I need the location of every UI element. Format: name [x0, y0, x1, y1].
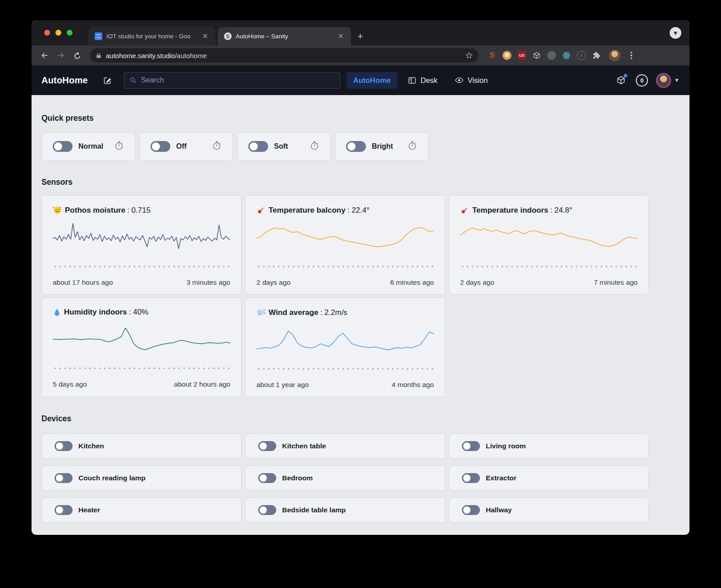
minimize-window-button[interactable]	[55, 30, 61, 36]
dotted-baseline	[53, 265, 230, 268]
global-search[interactable]	[124, 72, 340, 89]
nav-tab-desk[interactable]: Desk	[401, 72, 444, 89]
eye-icon	[455, 76, 464, 85]
nav-tab-vision[interactable]: Vision	[448, 72, 495, 89]
tab-title: AutoHome – Sanity	[236, 33, 332, 40]
sensor-from: about 17 hours ago	[53, 278, 113, 287]
preset-label: Bright	[372, 142, 393, 150]
sensor-to: 3 minutes ago	[187, 278, 230, 287]
cube-extension-icon[interactable]	[531, 50, 542, 61]
sensor-card-humidity-indoors: Humidity indoors: 40% 5 days ago about 2…	[41, 297, 242, 397]
thermometer-icon	[256, 205, 266, 215]
sensor-time-range: about 1 year ago 4 months ago	[256, 381, 434, 389]
sensor-time-range: about 17 hours ago 3 minutes ago	[53, 278, 230, 287]
browser-toolbar: autohome.sanity.studio/autohome S UD i	[32, 46, 689, 65]
browser-tab-iot-studio[interactable]: IOT studio for your home - Goo ✕	[88, 27, 215, 46]
sensor-title: Wind average: 2.2m/s	[256, 308, 434, 317]
sensor-title: Temperature balcony: 22.4°	[256, 205, 434, 215]
bookmark-star-icon[interactable]	[465, 51, 473, 59]
sensor-to: 6 minutes ago	[390, 278, 434, 287]
sanity-favicon-icon: S	[224, 32, 232, 40]
device-toggle[interactable]	[258, 505, 276, 515]
preset-toggle[interactable]	[248, 141, 268, 152]
close-tab-icon[interactable]: ✕	[201, 32, 210, 41]
sensor-title: ♥♥ Pothos moisture: 0.715	[53, 205, 230, 215]
hamster-extension-icon[interactable]	[502, 50, 512, 61]
sanity-extension-icon[interactable]: S	[487, 50, 497, 61]
back-button[interactable]	[38, 49, 51, 62]
user-avatar[interactable]	[656, 73, 671, 88]
browser-tab-autohome[interactable]: S AutoHome – Sanity ✕	[218, 27, 351, 46]
device-toggle[interactable]	[55, 473, 73, 483]
tab-overview-button[interactable]: ▼	[670, 27, 681, 39]
device-card-heater: Heater	[41, 497, 242, 523]
stopwatch-icon[interactable]	[212, 141, 222, 152]
compose-icon[interactable]	[100, 72, 116, 88]
sensor-name: Humidity indoors	[64, 308, 127, 317]
sensor-sparkline	[53, 219, 230, 259]
extensions-puzzle-icon[interactable]	[591, 50, 602, 61]
circle-extension-icon[interactable]	[546, 50, 557, 61]
close-tab-icon[interactable]: ✕	[336, 32, 346, 41]
device-toggle[interactable]	[55, 441, 73, 451]
stopwatch-icon[interactable]	[114, 141, 124, 152]
studio-header: AutoHome AutoHome Desk Vision 0	[32, 65, 689, 95]
device-label: Extractor	[486, 474, 516, 482]
device-toggle[interactable]	[258, 473, 276, 483]
secure-lock-icon	[96, 52, 102, 59]
sensor-sparkline	[256, 322, 434, 361]
close-window-button[interactable]	[44, 30, 50, 36]
sensor-to: about 2 hours ago	[174, 380, 230, 388]
device-card-kitchen-table: Kitchen table	[245, 433, 445, 459]
preset-toggle[interactable]	[346, 141, 366, 152]
dotted-baseline	[256, 265, 434, 268]
nav-tab-autohome[interactable]: AutoHome	[347, 72, 397, 89]
user-menu[interactable]: ▼	[656, 73, 680, 88]
device-toggle[interactable]	[258, 441, 276, 451]
sensor-name: Wind average	[269, 308, 318, 317]
chevron-down-icon: ▼	[674, 77, 680, 83]
address-bar[interactable]: autohome.sanity.studio/autohome	[90, 48, 479, 63]
device-toggle[interactable]	[462, 473, 480, 483]
ud-extension-icon[interactable]: UD	[516, 50, 527, 61]
preset-toggle[interactable]	[151, 141, 170, 152]
device-card-couch-reading-lamp: Couch reading lamp	[41, 465, 242, 491]
react-devtools-icon[interactable]	[561, 50, 572, 61]
preset-toggle[interactable]	[53, 141, 73, 152]
forward-button[interactable]	[54, 49, 68, 62]
stopwatch-icon[interactable]	[310, 141, 319, 152]
device-toggle[interactable]	[55, 505, 73, 515]
docs-favicon-icon	[95, 32, 102, 40]
preset-row: Normal Off Soft Brig	[41, 132, 680, 160]
device-label: Kitchen table	[282, 442, 326, 450]
sensor-title: Temperature indoors: 24.8°	[460, 205, 638, 215]
device-toggle[interactable]	[462, 505, 480, 515]
zoom-window-button[interactable]	[67, 30, 73, 36]
device-label: Couch reading lamp	[78, 474, 146, 482]
sensor-time-range: 2 days ago 6 minutes ago	[256, 278, 434, 287]
studio-title: AutoHome	[41, 75, 88, 86]
search-input[interactable]	[141, 76, 334, 84]
sensor-time-range: 2 days ago 7 minutes ago	[460, 278, 638, 287]
reload-button[interactable]	[70, 49, 84, 62]
browser-menu-icon[interactable]	[629, 50, 634, 61]
device-toggle[interactable]	[462, 441, 480, 451]
browser-profile-avatar[interactable]	[609, 50, 621, 61]
stopwatch-icon[interactable]	[407, 141, 417, 152]
info-extension-icon[interactable]: i	[576, 50, 587, 61]
preset-label: Normal	[78, 142, 103, 150]
sensor-value: : 0.715	[127, 206, 151, 215]
manage-project-icon[interactable]	[614, 73, 628, 87]
task-count-badge[interactable]: 0	[636, 74, 648, 87]
preset-label: Soft	[274, 142, 288, 150]
device-label: Kitchen	[78, 442, 104, 450]
sensor-name: Temperature indoors	[472, 206, 548, 215]
device-card-hallway: Hallway	[449, 497, 649, 523]
sensor-value: : 2.2m/s	[320, 308, 347, 317]
presets-heading: Quick presets	[41, 95, 680, 123]
device-grid: Kitchen Kitchen table Living room Couch …	[41, 433, 680, 523]
thermometer-icon	[460, 205, 470, 215]
device-label: Living room	[486, 442, 526, 450]
new-tab-button[interactable]: +	[351, 27, 370, 46]
device-label: Hallway	[486, 506, 512, 514]
